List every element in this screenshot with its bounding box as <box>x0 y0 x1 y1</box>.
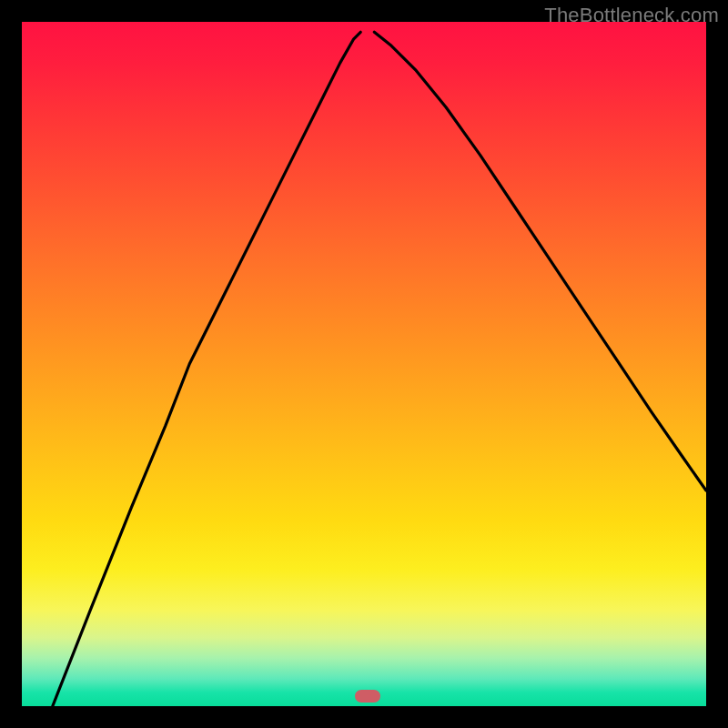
bottleneck-curve <box>22 22 706 706</box>
watermark-text: TheBottleneck.com <box>544 4 719 27</box>
plot-area <box>22 22 706 706</box>
optimal-marker <box>355 690 380 703</box>
chart-frame: TheBottleneck.com <box>0 0 728 728</box>
